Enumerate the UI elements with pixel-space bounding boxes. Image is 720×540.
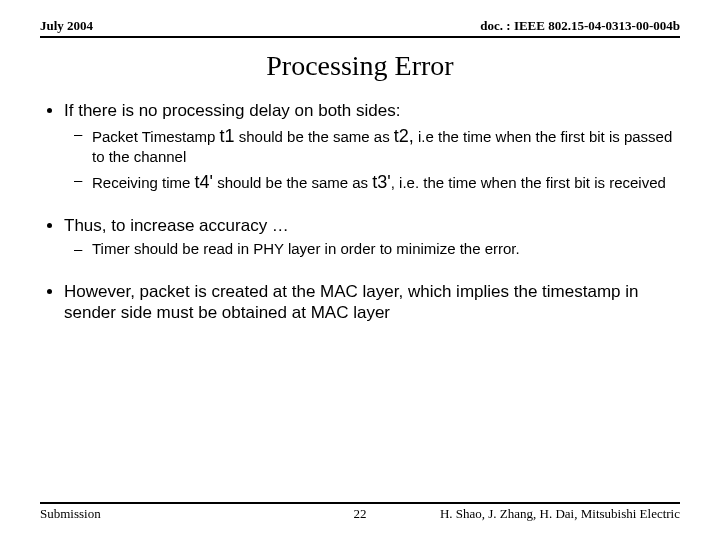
text-fragment: Timer should be read in PHY layer in ord…	[92, 240, 520, 257]
slide: July 2004 doc. : IEEE 802.15-04-0313-00-…	[0, 0, 720, 540]
bullet-1-sub-2: Receiving time t4' should be the same as…	[92, 171, 680, 194]
header-date: July 2004	[40, 18, 93, 34]
footer-left: Submission	[40, 506, 101, 522]
var-t3p: t3'	[372, 172, 390, 192]
var-t4p: t4'	[195, 172, 213, 192]
text-fragment: , i.e. the time when the first bit is re…	[391, 174, 666, 191]
text-fragment: should be the same as	[213, 174, 372, 191]
var-t1: t1	[220, 126, 235, 146]
slide-body: If there is no processing delay on both …	[40, 100, 680, 346]
text-fragment: should be the same as	[235, 128, 394, 145]
bullet-1-sub-1: Packet Timestamp t1 should be the same a…	[92, 125, 680, 166]
footer-bar: Submission 22 H. Shao, J. Zhang, H. Dai,…	[40, 502, 680, 522]
footer-right: H. Shao, J. Zhang, H. Dai, Mitsubishi El…	[440, 506, 680, 522]
header-docnum: doc. : IEEE 802.15-04-0313-00-004b	[480, 18, 680, 34]
bullet-3: However, packet is created at the MAC la…	[64, 281, 680, 324]
text-fragment: Packet Timestamp	[92, 128, 220, 145]
bullet-3-text: However, packet is created at the MAC la…	[64, 282, 638, 322]
var-t2: t2,	[394, 126, 414, 146]
bullet-1-text: If there is no processing delay on both …	[64, 101, 400, 120]
bullet-1: If there is no processing delay on both …	[64, 100, 680, 193]
bullet-2: Thus, to increase accuracy … Timer shoul…	[64, 215, 680, 259]
slide-title: Processing Error	[0, 50, 720, 82]
bullet-2-text: Thus, to increase accuracy …	[64, 216, 289, 235]
text-fragment: Receiving time	[92, 174, 195, 191]
header-bar: July 2004 doc. : IEEE 802.15-04-0313-00-…	[40, 18, 680, 38]
bullet-2-sub-1: Timer should be read in PHY layer in ord…	[92, 240, 680, 259]
